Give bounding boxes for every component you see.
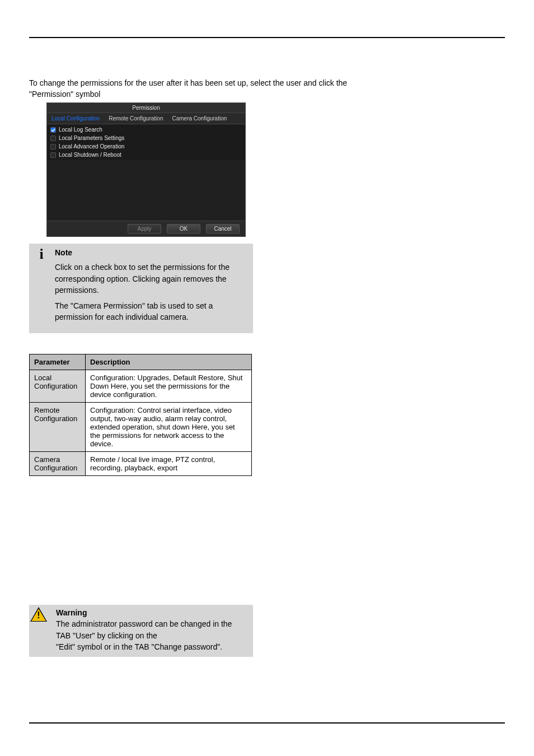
info-note-box: i Note Click on a check box to set the p… [29, 244, 253, 333]
table-row: Camera Configuration Remote / local live… [30, 452, 252, 476]
permission-dialog-screenshot: Permission Local Configuration Remote Co… [46, 102, 245, 237]
cell-description: Configuration: Upgrades, Default Restore… [86, 370, 252, 403]
apply-button[interactable]: Apply [128, 224, 161, 234]
perm-item-local-parameters-settings[interactable]: Local Parameters Settings [50, 134, 242, 142]
perm-item-label: Local Advanced Operation [59, 143, 124, 150]
table-header-description: Description [86, 354, 252, 370]
cell-description: Remote / local live image, PTZ control, … [86, 452, 252, 476]
checkbox-icon [50, 127, 56, 133]
info-p2b: permission for each individual camera. [55, 312, 189, 321]
warning-note-box: ! Warning The administrator password can… [29, 605, 253, 657]
dialog-title: Permission [47, 103, 245, 113]
tab-camera-configuration[interactable]: Camera Configuration [167, 113, 231, 124]
tab-local-configuration[interactable]: Local Configuration [47, 113, 104, 124]
warning-line1: The administrator password can be change… [56, 618, 249, 641]
perm-item-local-shutdown-reboot[interactable]: Local Shutdown / Reboot [50, 151, 242, 159]
warning-line2: "Edit" symbol or in the TAB "Change pass… [56, 641, 249, 652]
warning-heading: Warning [56, 607, 249, 618]
ok-button[interactable]: OK [167, 224, 200, 234]
dialog-tabs: Local Configuration Remote Configuration… [47, 113, 245, 124]
info-heading: Note [55, 247, 247, 258]
cell-parameter: Camera Configuration [30, 452, 86, 476]
perm-item-label: Local Parameters Settings [59, 135, 124, 141]
checkbox-icon [50, 144, 56, 150]
table-header-parameter: Parameter [30, 354, 86, 370]
info-p2a: The "Camera Permission" tab is used to s… [55, 301, 213, 310]
cell-parameter: Remote Configuration [30, 403, 86, 452]
intro-paragraph: To change the permissions for the user a… [29, 77, 505, 100]
table-row: Local Configuration Configuration: Upgra… [30, 370, 252, 403]
checkbox-icon [50, 136, 56, 141]
tab-remote-configuration[interactable]: Remote Configuration [104, 113, 167, 124]
cell-parameter: Local Configuration [30, 370, 86, 403]
table-row: Remote Configuration Configuration: Cont… [30, 403, 252, 452]
warning-icon: ! [30, 607, 47, 622]
permission-parameter-table: Parameter Description Local Configuratio… [29, 354, 252, 476]
cancel-button[interactable]: Cancel [206, 224, 240, 234]
intro-line2: "Permission" symbol [29, 90, 100, 99]
checkbox-icon [50, 152, 56, 158]
perm-item-local-log-search[interactable]: Local Log Search [50, 125, 242, 134]
perm-item-local-advanced-operation[interactable]: Local Advanced Operation [50, 142, 242, 151]
footer-rule [29, 722, 505, 724]
perm-item-label: Local Shutdown / Reboot [59, 152, 121, 158]
header-rule [29, 37, 505, 38]
cell-description: Configuration: Control serial interface,… [86, 403, 252, 452]
info-p1: Click on a check box to set the permissi… [55, 262, 247, 296]
perm-item-label: Local Log Search [59, 127, 102, 133]
info-icon: i [29, 244, 54, 333]
intro-line1: To change the permissions for the user a… [29, 78, 347, 87]
